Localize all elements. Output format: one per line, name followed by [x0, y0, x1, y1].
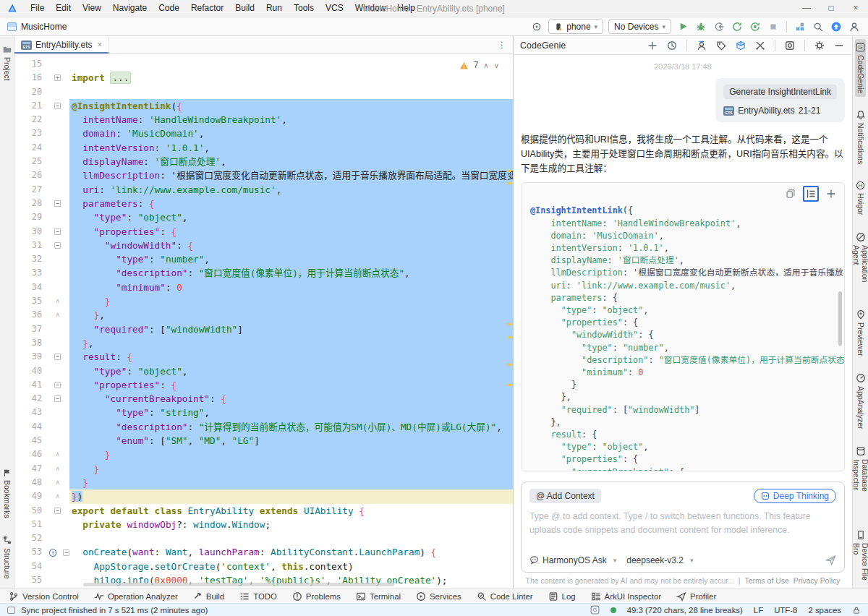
send-button[interactable] [825, 555, 836, 565]
toolwindow-log[interactable]: Log [548, 591, 576, 602]
fold-end-icon[interactable]: ∧ [56, 462, 59, 476]
history-icon[interactable] [665, 39, 678, 52]
fold-collapse-icon[interactable]: − [54, 382, 61, 388]
fold-end-icon[interactable]: ∧ [56, 448, 59, 461]
lock-icon[interactable] [852, 606, 861, 615]
toolwindow-todo[interactable]: TODO [239, 591, 277, 602]
toolwindow-code-linter[interactable]: Code Linter [477, 591, 533, 602]
next-warning-icon[interactable]: ∨ [494, 59, 499, 72]
agent-person-icon[interactable] [695, 39, 708, 52]
tool-strip-project[interactable]: Project [1, 40, 13, 85]
tool-strip-database-inspector[interactable]: Database Inspector [851, 442, 868, 517]
fold-end-icon[interactable]: ∧ [56, 489, 59, 503]
menu-code[interactable]: Code [153, 0, 185, 17]
tool-window-switcher-icon[interactable] [7, 607, 15, 614]
toolwindow-services[interactable]: Services [416, 591, 461, 602]
file-reference[interactable]: ETS EntryAbility.ets 21-21 [723, 106, 820, 116]
toolwindow-operation-analyzer[interactable]: Operation Analyzer [94, 591, 178, 602]
menu-run[interactable]: Run [260, 0, 288, 17]
fold-collapse-icon[interactable]: − [63, 549, 69, 556]
menu-edit[interactable]: Edit [50, 0, 77, 17]
stop-icon[interactable] [767, 20, 780, 33]
insert-icon[interactable] [803, 186, 819, 202]
run-icon[interactable] [676, 20, 689, 33]
horizontal-scrollbar[interactable] [83, 583, 394, 586]
fold-collapse-icon[interactable]: − [54, 395, 61, 402]
toolwindow-profiler[interactable]: Profiler [676, 591, 716, 602]
account-icon[interactable] [848, 20, 861, 33]
plus-icon[interactable] [646, 39, 659, 52]
device-select[interactable]: No Devices ▾ [608, 19, 671, 34]
search-icon[interactable] [812, 20, 825, 33]
fold-end-icon[interactable]: ∧ [56, 294, 59, 308]
copy-icon[interactable] [784, 187, 797, 200]
override-gutter-icon[interactable]: ↑ [49, 549, 56, 557]
tab-options-kebab-icon[interactable]: ⋮ [498, 40, 513, 50]
rerun-icon[interactable] [731, 20, 744, 33]
folded-region[interactable]: ... [110, 72, 131, 84]
menu-navigate[interactable]: Navigate [107, 0, 153, 17]
tool-strip-device-file-bro[interactable]: Device File Bro [851, 526, 868, 589]
caret-position[interactable]: 49:3 (720 chars, 28 line breaks) [627, 606, 743, 615]
menu-vcs[interactable]: VCS [320, 0, 349, 17]
command-chip[interactable]: Generate InsightIntentLink [723, 85, 837, 99]
fold-end-icon[interactable]: ∧ [56, 476, 59, 489]
prompt-input-box[interactable]: @ Add Context Deep Thinking Type @ to ad… [521, 482, 845, 573]
tool-strip-structure[interactable]: Structure [1, 531, 13, 583]
code-scrollbar[interactable] [838, 291, 842, 346]
toolwindow-version-control[interactable]: Version Control [9, 591, 79, 602]
debug-rerun-icon[interactable] [749, 20, 762, 33]
menu-refactor[interactable]: Refactor [185, 0, 229, 17]
tool-strip-codegenie[interactable]: GCodeGenie [855, 39, 866, 97]
device-type-select[interactable]: phone ▾ [548, 19, 603, 34]
tool-strip-bookmarks[interactable]: Bookmarks [2, 465, 12, 522]
code-editor[interactable]: 1516+import ...2021−@InsightIntentLink({… [14, 54, 513, 589]
fold-collapse-icon[interactable]: − [54, 228, 61, 235]
line-separator[interactable]: LF [754, 606, 763, 615]
fold-expand-icon[interactable]: + [54, 74, 61, 81]
fold-collapse-icon[interactable]: − [54, 508, 61, 514]
menu-file[interactable]: File [25, 0, 50, 17]
update-icon[interactable] [830, 20, 843, 33]
codegenie-status-icon[interactable]: G [590, 605, 600, 615]
maximize-button[interactable]: □ [819, 0, 843, 17]
menu-view[interactable]: View [77, 0, 107, 17]
chat-history[interactable]: 2026/3/18 17:48 Generate InsightIntentLi… [514, 55, 852, 476]
add-context-button[interactable]: @ Add Context [529, 489, 601, 503]
indent-setting[interactable]: 2 spaces [808, 606, 841, 615]
plus-icon[interactable] [825, 187, 838, 200]
debug-icon[interactable] [694, 20, 707, 33]
target-icon[interactable] [530, 20, 543, 33]
toolwindow-terminal[interactable]: Terminal [356, 591, 401, 602]
menu-tools[interactable]: Tools [288, 0, 320, 17]
privacy-link[interactable]: Privacy Policy [793, 577, 841, 585]
tool-strip-application-agent[interactable]: Application Agent [851, 228, 868, 297]
model-cube-icon[interactable] [734, 39, 747, 52]
close-icon[interactable]: × [97, 40, 102, 50]
error-stripe[interactable] [507, 54, 512, 589]
toolwindow-build[interactable]: Build [193, 591, 224, 601]
tool-strip-notifications[interactable]: Notifications [855, 106, 867, 168]
minimize-button[interactable]: — [794, 0, 819, 17]
minimize-icon[interactable] [833, 39, 846, 52]
settings-badge-icon[interactable] [783, 39, 796, 52]
tools-icon[interactable] [754, 39, 767, 52]
generated-code-block[interactable]: @InsightIntentLink({ intentName: 'Handle… [521, 182, 845, 471]
tool-strip-previewer[interactable]: Previewer [855, 306, 867, 360]
menu-build[interactable]: Build [229, 0, 260, 17]
attach-icon[interactable] [712, 20, 726, 33]
fold-end-icon[interactable]: ∧ [56, 308, 59, 322]
inspection-widget[interactable]: 7 ∧ ∨ [457, 58, 501, 73]
prev-warning-icon[interactable]: ∧ [483, 59, 488, 72]
fold-collapse-icon[interactable]: − [54, 200, 61, 207]
deep-thinking-toggle[interactable]: Deep Thinking [754, 489, 836, 503]
profiler-icon[interactable] [793, 20, 807, 33]
tags-icon[interactable] [715, 39, 728, 52]
tool-strip-appanalyzer[interactable]: AppAnalyzer [855, 369, 867, 433]
fold-collapse-icon[interactable]: − [54, 354, 61, 360]
toolwindow-problems[interactable]: Problems [292, 591, 341, 602]
fold-collapse-icon[interactable]: − [54, 242, 61, 249]
toolwindow-arkui-inspector[interactable]: ArkUI Inspector [591, 591, 662, 602]
model-select[interactable]: deepseek-v3.2 ▾ [626, 555, 703, 565]
tab-entryability[interactable]: ETS EntryAbility.ets × [14, 36, 109, 54]
